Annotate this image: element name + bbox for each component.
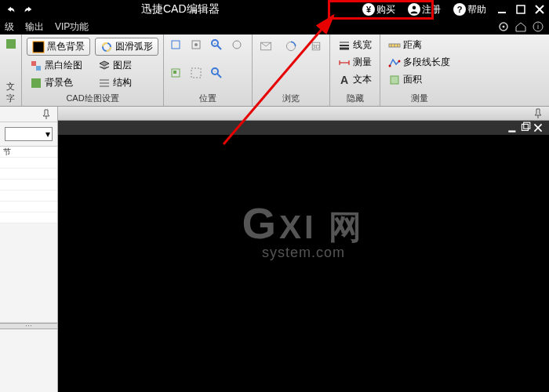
browse-icon-2[interactable]	[282, 38, 300, 55]
black-bg-button[interactable]: 黑色背景	[27, 38, 90, 56]
svg-point-0	[413, 6, 416, 10]
text-hide-icon: A	[338, 74, 351, 86]
lineweight-label: 线宽	[353, 38, 372, 52]
svg-line-28	[217, 74, 221, 78]
measure-hide-button[interactable]: 测量	[335, 55, 375, 70]
side-pin-bar	[0, 107, 57, 122]
workspace: ▾ 节 ⋯ GXI 网 system.com	[0, 107, 549, 392]
side-list: 节	[0, 146, 57, 223]
side-item-3[interactable]	[0, 169, 57, 180]
titlebar: 迅捷CAD编辑器 ¥ 购买 注册 ? 帮助	[0, 0, 549, 19]
group-text-label: 文字	[5, 79, 16, 104]
pin-icon-2[interactable]	[532, 107, 544, 120]
side-item-1[interactable]: 节	[0, 147, 57, 158]
black-bg-icon	[32, 41, 45, 53]
structure-button[interactable]: 结构	[95, 75, 158, 90]
svg-point-4	[503, 26, 505, 28]
svg-line-21	[217, 45, 221, 49]
text-tool-icon[interactable]	[5, 38, 17, 50]
svg-text:A: A	[340, 74, 348, 86]
svg-rect-7	[6, 39, 16, 49]
minimize-button[interactable]	[496, 3, 508, 16]
side-item-2[interactable]	[0, 158, 57, 169]
svg-rect-25	[173, 71, 176, 74]
home-icon[interactable]	[514, 20, 527, 33]
close-doc-icon[interactable]	[532, 122, 544, 134]
pos-icon-2[interactable]	[189, 38, 203, 52]
titlebar-right: ¥ 购买 注册 ? 帮助	[359, 2, 546, 18]
menu-item-1[interactable]: 级	[5, 20, 14, 34]
svg-rect-49	[522, 124, 528, 130]
layers-icon	[98, 60, 111, 72]
distance-icon	[388, 39, 401, 52]
svg-rect-1	[498, 12, 506, 13]
undo-icon[interactable]	[5, 3, 17, 16]
zoom-in-icon[interactable]: +	[209, 38, 224, 52]
browse-icon-3[interactable]: 3D	[307, 38, 325, 55]
black-bg-label: 黑色背景	[47, 40, 85, 53]
layers-button[interactable]: 图层	[95, 58, 158, 73]
side-item-5[interactable]	[0, 191, 57, 201]
pos-icon-6[interactable]	[189, 66, 203, 80]
svg-rect-48	[508, 130, 515, 132]
redo-icon[interactable]	[22, 3, 35, 16]
info-icon[interactable]: i	[532, 20, 544, 33]
svg-rect-26	[191, 68, 201, 78]
bgcolor-button[interactable]: 背景色	[27, 75, 90, 90]
register-label: 注册	[422, 3, 441, 16]
menu-item-2[interactable]: 输出	[25, 20, 44, 34]
zoom-out-icon[interactable]: -	[209, 66, 224, 80]
area-button[interactable]: 面积	[385, 72, 453, 87]
smooth-arc-icon	[100, 41, 113, 53]
svg-point-45	[389, 64, 391, 67]
svg-text:+: +	[213, 41, 216, 45]
polyline-icon	[388, 56, 401, 69]
svg-rect-50	[524, 122, 530, 129]
register-button[interactable]: 注册	[405, 2, 444, 18]
polyline-length-button[interactable]: 多段线长度	[385, 55, 453, 70]
help-button[interactable]: ? 帮助	[450, 2, 489, 18]
side-dropdown[interactable]: ▾	[5, 127, 53, 141]
drawing-canvas[interactable]: GXI 网 system.com	[58, 135, 549, 392]
layers-label: 图层	[113, 59, 132, 72]
canvas-top-bar	[58, 107, 549, 121]
side-item-7[interactable]	[0, 212, 57, 223]
buy-button[interactable]: ¥ 购买	[359, 2, 398, 18]
group-hide-label: 隐藏	[335, 91, 375, 104]
side-splitter[interactable]: ⋯	[0, 323, 57, 329]
distance-button[interactable]: 距离	[385, 38, 453, 53]
group-position-label: 位置	[169, 91, 247, 104]
svg-rect-2	[517, 5, 525, 13]
svg-text:3D: 3D	[312, 43, 320, 50]
pin-icon[interactable]	[40, 108, 53, 121]
side-item-6[interactable]	[0, 201, 57, 212]
text-hide-label: 文本	[353, 73, 372, 86]
menu-item-3[interactable]: VIP功能	[55, 20, 89, 34]
browse-icon-1[interactable]	[257, 38, 274, 55]
restore-doc-icon[interactable]	[519, 122, 532, 134]
question-icon: ?	[453, 3, 466, 16]
min-doc-icon[interactable]	[507, 122, 519, 134]
bgcolor-icon	[30, 77, 42, 89]
titlebar-left	[0, 3, 35, 16]
bgcolor-label: 背景色	[45, 76, 73, 89]
ribbon-group-cad-settings: 黑色背景 黑白绘图 背景色 圆滑弧形 图层	[22, 34, 164, 106]
ribbon-group-position: + - 位置	[164, 34, 253, 106]
smooth-arc-button[interactable]: 圆滑弧形	[95, 38, 158, 56]
pos-icon-1[interactable]	[169, 38, 183, 52]
bw-draw-button[interactable]: 黑白绘图	[27, 58, 90, 73]
settings-icon[interactable]	[497, 20, 510, 33]
pos-icon-4[interactable]	[230, 38, 244, 52]
side-item-4[interactable]	[0, 180, 57, 191]
measure-hide-label: 测量	[353, 56, 372, 69]
close-button[interactable]	[533, 3, 546, 16]
ribbon: 文字 黑色背景 黑白绘图 背景色 圆滑弧	[0, 34, 549, 107]
menu-left: 级 输出 VIP功能	[5, 20, 89, 34]
lineweight-button[interactable]: 线宽	[335, 38, 375, 53]
pos-icon-5[interactable]	[169, 66, 183, 80]
text-hide-button[interactable]: A 文本	[335, 72, 375, 87]
ribbon-group-browse: 3D 浏览	[253, 34, 330, 106]
group-measure-label: 测量	[385, 91, 453, 104]
lineweight-icon	[338, 39, 351, 52]
maximize-button[interactable]	[514, 3, 527, 16]
